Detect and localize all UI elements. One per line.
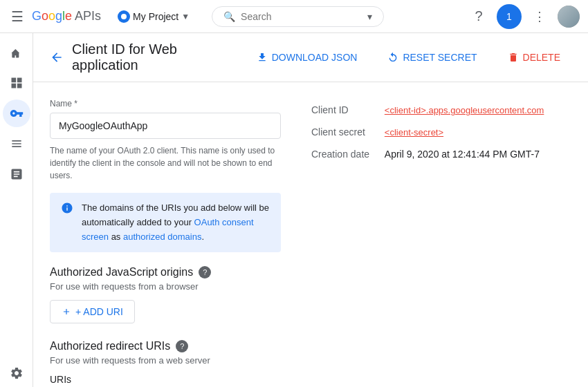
add-uri-button[interactable]: + ADD URI	[50, 300, 135, 323]
redirect-uris-help-icon[interactable]: ?	[176, 340, 188, 352]
form-area: Name * The name of your OAuth 2.0 client…	[33, 82, 588, 387]
client-secret-row: Client secret <client-secret>	[309, 121, 571, 143]
delete-label: DELETE	[523, 52, 560, 63]
js-origins-title: Authorized JavaScript origins ?	[50, 266, 281, 279]
form-right: Client ID <client-id>.apps.googleusercon…	[309, 99, 571, 387]
add-uri-label: + ADD URI	[75, 306, 123, 317]
project-selector[interactable]: My Project ▼	[112, 8, 195, 26]
project-name: My Project	[133, 11, 178, 22]
help-button[interactable]: ?	[466, 4, 491, 29]
reset-secret-button[interactable]: RESET SECRET	[376, 46, 488, 68]
notification-button[interactable]: 1	[497, 4, 522, 29]
js-origins-help-icon[interactable]: ?	[199, 266, 211, 279]
client-id-text[interactable]: <client-id>.apps.googleusercontent.com	[385, 105, 544, 115]
sidebar-item-home[interactable]	[3, 39, 30, 66]
search-expand-icon[interactable]: ▾	[367, 11, 372, 22]
sidebar-item-credentials[interactable]	[3, 100, 30, 127]
apis-text: APIs	[75, 9, 101, 23]
content-area: Client ID for Web application DOWNLOAD J…	[33, 33, 588, 387]
name-field-label: Name *	[50, 99, 281, 108]
sidebar-item-settings[interactable]	[3, 359, 30, 387]
main-layout: Client ID for Web application DOWNLOAD J…	[0, 33, 588, 387]
download-json-label: DOWNLOAD JSON	[272, 52, 358, 63]
download-json-button[interactable]: DOWNLOAD JSON	[246, 46, 369, 68]
name-input[interactable]	[50, 113, 281, 139]
reset-secret-label: RESET SECRET	[403, 52, 477, 63]
uris-label: URIs	[50, 374, 281, 385]
client-id-label: Client ID	[309, 99, 382, 121]
back-button[interactable]	[50, 50, 64, 64]
sidebar-item-dashboard[interactable]	[3, 69, 30, 97]
client-id-row: Client ID <client-id>.apps.googleusercon…	[309, 99, 571, 121]
authorized-domains-link[interactable]: authorized domains	[123, 232, 201, 242]
page-header: Client ID for Web application DOWNLOAD J…	[33, 33, 588, 82]
menu-icon[interactable]: ☰	[8, 6, 26, 28]
search-bar: 🔍 ▾	[212, 6, 384, 27]
google-logo: Google	[32, 9, 72, 23]
redirect-uris-title: Authorized redirect URIs ?	[50, 340, 281, 352]
more-menu-button[interactable]: ⋮	[527, 4, 552, 29]
redirect-uris-sub: For use with requests from a web server	[50, 355, 281, 366]
sidebar	[0, 33, 33, 387]
project-dropdown-icon: ▼	[181, 12, 190, 21]
sidebar-item-apis[interactable]	[3, 130, 30, 158]
client-secret-text[interactable]: <client-secret>	[385, 127, 443, 138]
creation-date-value: April 9, 2020 at 12:41:44 PM GMT-7	[382, 143, 571, 165]
google-apis-logo: Google APIs	[32, 9, 101, 23]
info-icon	[61, 202, 73, 244]
search-input[interactable]	[241, 11, 362, 22]
info-message: The domains of the URIs you add below wi…	[82, 201, 270, 244]
avatar[interactable]	[558, 6, 580, 28]
project-icon	[118, 10, 130, 23]
notification-count: 1	[506, 11, 512, 22]
client-secret-label: Client secret	[309, 121, 382, 143]
page-title: Client ID for Web application	[72, 41, 237, 73]
creation-date-row: Creation date April 9, 2020 at 12:41:44 …	[309, 143, 571, 165]
delete-button[interactable]: DELETE	[497, 46, 571, 68]
creation-date-label: Creation date	[309, 143, 382, 165]
form-left: Name * The name of your OAuth 2.0 client…	[50, 99, 281, 387]
sidebar-item-library[interactable]	[3, 160, 30, 188]
client-secret-value: <client-secret>	[382, 121, 571, 143]
js-origins-sub: For use with requests from a browser	[50, 281, 281, 292]
top-nav: ☰ Google APIs My Project ▼ 🔍 ▾ ? 1 ⋮	[0, 0, 588, 33]
search-icon: 🔍	[223, 11, 235, 22]
info-box: The domains of the URIs you add below wi…	[50, 193, 281, 252]
credentials-table: Client ID <client-id>.apps.googleusercon…	[309, 99, 571, 165]
name-field-help: The name of your OAuth 2.0 client. This …	[50, 144, 281, 182]
more-icon: ⋮	[533, 9, 546, 24]
client-id-value: <client-id>.apps.googleusercontent.com	[382, 99, 571, 121]
